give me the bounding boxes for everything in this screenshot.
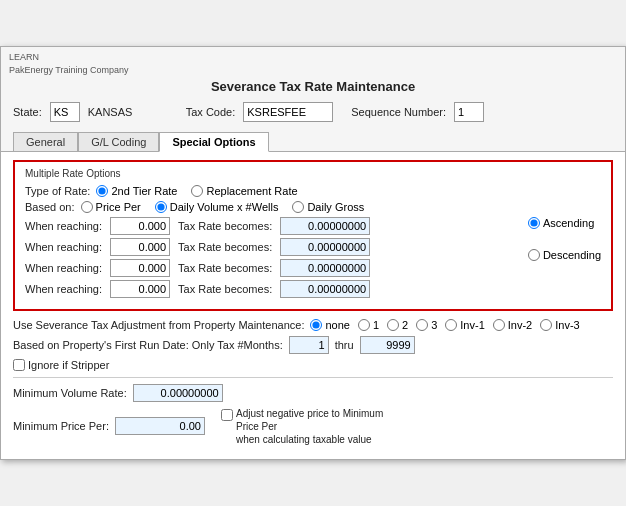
reaching-row-2: When reaching: Tax Rate becomes: [25,238,522,256]
content-area: Multiple Rate Options Type of Rate: 2nd … [1,152,625,459]
state-label: State: [13,106,42,118]
first-run-row: Based on Property's First Run Date: Only… [13,336,613,354]
page-title: Severance Tax Rate Maintenance [9,77,617,98]
based-on-group: Price Per Daily Volume x #Wells Daily Gr… [81,201,365,213]
daily-volume-option[interactable]: Daily Volume x #Wells [155,201,279,213]
min-price-label: Minimum Price Per: [13,420,109,432]
ascending-option[interactable]: Ascending [528,217,601,229]
reaching-label-4: When reaching: [25,283,102,295]
ignore-stripper-checkbox[interactable] [13,359,25,371]
price-per-option[interactable]: Price Per [81,201,141,213]
type-of-rate-row: Type of Rate: 2nd Tier Rate Replacement … [25,185,601,197]
sev-none-option[interactable]: none [310,319,349,331]
company-line2: PakEnergy Training Company [9,65,129,75]
section-label: Multiple Rate Options [25,168,601,179]
company-info: LEARN PakEnergy Training Company [9,51,617,76]
ascending-label: Ascending [543,217,594,229]
daily-gross-radio[interactable] [292,201,304,213]
thru-input[interactable] [360,336,415,354]
based-on-label: Based on: [25,201,75,213]
min-price-row: Minimum Price Per: Adjust negative price… [13,407,613,446]
sev-inv2-radio[interactable] [493,319,505,331]
daily-gross-label: Daily Gross [307,201,364,213]
sev-inv3-option[interactable]: Inv-3 [540,319,579,331]
rate-input-3[interactable] [280,259,370,277]
sev-none-radio[interactable] [310,319,322,331]
sev-inv1-label: Inv-1 [460,319,484,331]
rate-input-4[interactable] [280,280,370,298]
adjust-neg-option[interactable]: Adjust negative price to Minimum Price P… [221,407,396,446]
reaching-input-1[interactable] [110,217,170,235]
adjust-neg-checkbox[interactable] [221,409,233,421]
tax-code-label: Tax Code: [186,106,236,118]
rate-input-1[interactable] [280,217,370,235]
tax-code-input[interactable] [243,102,333,122]
sev-3-label: 3 [431,319,437,331]
min-price-input[interactable] [115,417,205,435]
tab-gl-coding[interactable]: G/L Coding [78,132,159,151]
replacement-rate-radio[interactable] [191,185,203,197]
descending-radio[interactable] [528,249,540,261]
sev-inv3-radio[interactable] [540,319,552,331]
use-severance-label: Use Severance Tax Adjustment from Proper… [13,319,304,331]
descending-option[interactable]: Descending [528,249,601,261]
thru-label: thru [335,339,354,351]
ignore-stripper-option[interactable]: Ignore if Stripper [13,359,109,371]
reaching-label-2: When reaching: [25,241,102,253]
header-row: State: KANSAS Tax Code: Sequence Number: [1,98,625,126]
reaching-input-3[interactable] [110,259,170,277]
multiple-rate-options-section: Multiple Rate Options Type of Rate: 2nd … [13,160,613,311]
based-on-row: Based on: Price Per Daily Volume x #Well… [25,201,601,213]
sev-3-radio[interactable] [416,319,428,331]
rate-label-1: Tax Rate becomes: [178,220,272,232]
state-code-input[interactable] [50,102,80,122]
sev-1-radio[interactable] [358,319,370,331]
sev-inv3-label: Inv-3 [555,319,579,331]
sev-2-label: 2 [402,319,408,331]
2nd-tier-option[interactable]: 2nd Tier Rate [96,185,177,197]
sev-2-radio[interactable] [387,319,399,331]
rate-label-2: Tax Rate becomes: [178,241,272,253]
replacement-rate-label: Replacement Rate [206,185,297,197]
sev-1-option[interactable]: 1 [358,319,379,331]
reaching-rows-container: When reaching: Tax Rate becomes: When re… [25,217,522,301]
sev-3-option[interactable]: 3 [416,319,437,331]
reaching-row-1: When reaching: Tax Rate becomes: [25,217,522,235]
price-per-label: Price Per [96,201,141,213]
severance-options-group: none 1 2 3 Inv-1 [310,319,579,331]
severance-adj-row: Use Severance Tax Adjustment from Proper… [13,319,613,331]
ascending-radio[interactable] [528,217,540,229]
daily-gross-option[interactable]: Daily Gross [292,201,364,213]
divider [13,377,613,378]
sev-1-label: 1 [373,319,379,331]
rate-label-3: Tax Rate becomes: [178,262,272,274]
reaching-input-4[interactable] [110,280,170,298]
rate-label-4: Tax Rate becomes: [178,283,272,295]
tab-general[interactable]: General [13,132,78,151]
min-volume-input[interactable] [133,384,223,402]
replacement-rate-option[interactable]: Replacement Rate [191,185,297,197]
reaching-row-3: When reaching: Tax Rate becomes: [25,259,522,277]
adjust-neg-label: Adjust negative price to Minimum Price P… [236,407,396,446]
2nd-tier-radio[interactable] [96,185,108,197]
sev-inv1-option[interactable]: Inv-1 [445,319,484,331]
reaching-section: When reaching: Tax Rate becomes: When re… [25,217,601,301]
daily-volume-label: Daily Volume x #Wells [170,201,279,213]
sev-inv2-option[interactable]: Inv-2 [493,319,532,331]
ignore-stripper-label: Ignore if Stripper [28,359,109,371]
tab-special-options[interactable]: Special Options [159,132,268,152]
sev-inv1-radio[interactable] [445,319,457,331]
first-run-input[interactable] [289,336,329,354]
reaching-input-2[interactable] [110,238,170,256]
ascending-descending-col: Ascending Descending [528,217,601,261]
rate-input-2[interactable] [280,238,370,256]
daily-volume-radio[interactable] [155,201,167,213]
company-line1: LEARN [9,52,39,62]
price-per-radio[interactable] [81,201,93,213]
min-volume-row: Minimum Volume Rate: [13,384,613,402]
first-run-label: Based on Property's First Run Date: Only… [13,339,283,351]
seq-num-input[interactable] [454,102,484,122]
sev-2-option[interactable]: 2 [387,319,408,331]
descending-label: Descending [543,249,601,261]
reaching-label-3: When reaching: [25,262,102,274]
